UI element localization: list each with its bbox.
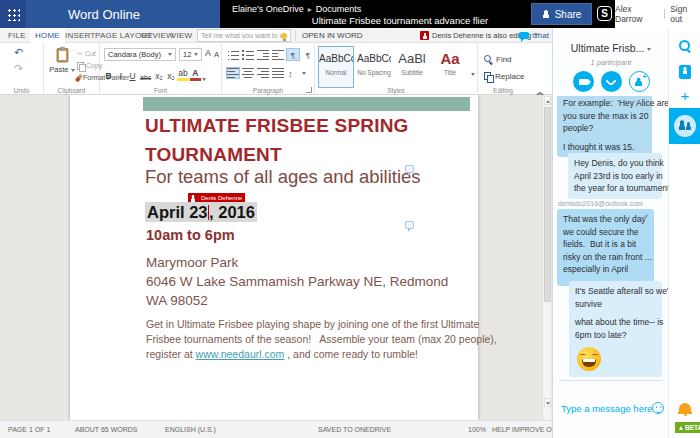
document-title[interactable]: Ultimate Frisbee tournament advance flie…	[255, 15, 545, 26]
flier-date-line[interactable]: April 23, 2016	[145, 203, 257, 222]
flier-heading[interactable]: ULTIMATE FRISBEE SPRING TOURNAMENT	[145, 112, 409, 169]
font-color-button[interactable]: A	[190, 67, 201, 81]
undo-button[interactable]: ↶	[14, 47, 23, 58]
message-line: you sure the max is 20	[563, 110, 646, 123]
align-right-button[interactable]	[257, 68, 269, 78]
line-spacing-button[interactable]: ↕	[287, 68, 299, 78]
open-in-word-button[interactable]: OPEN IN WORD	[302, 28, 362, 43]
style-subtitle[interactable]: AaBl Subtitle	[394, 46, 430, 88]
style-gallery: AaBbCc Normal AaBbCc No Spacing AaBl Sub…	[318, 46, 468, 88]
subscript-button[interactable]: x2	[153, 67, 164, 81]
status-language[interactable]: ENGLISH (U.S.)	[165, 426, 216, 433]
flier-time[interactable]: 10am to 6pm	[146, 227, 235, 243]
bell-icon	[679, 403, 691, 413]
style-normal[interactable]: AaBbCc Normal	[318, 46, 354, 88]
flier-address-line1[interactable]: 6046 W Lake Sammamish Parkway NE, Redmon…	[146, 274, 448, 289]
add-person-icon	[635, 77, 644, 86]
flier-body-paragraph[interactable]: Get in Ultimate Frisbee playing shape by…	[146, 317, 497, 362]
decrease-indent-button[interactable]	[257, 50, 269, 60]
bold-button[interactable]: B	[103, 67, 114, 81]
tab-file[interactable]: FILE	[3, 28, 31, 43]
skype-logo-icon[interactable]: S	[597, 6, 612, 21]
font-name-value: Candara (Body)	[108, 50, 168, 59]
active-conversation-tile[interactable]	[669, 108, 700, 144]
group-undo-label: Undo	[0, 87, 43, 94]
tabs-divider	[295, 30, 296, 41]
numbering-button[interactable]	[242, 50, 254, 60]
highlight-button[interactable]: ab	[177, 67, 188, 81]
new-conversation-button[interactable]: +	[669, 88, 700, 103]
chat-conversation-title[interactable]: Ultimate Frisb...	[553, 42, 669, 54]
styles-gallery-more-button[interactable]	[471, 65, 475, 83]
app-launcher-button[interactable]	[0, 0, 26, 28]
style-no-spacing[interactable]: AaBbCc No Spacing	[356, 46, 392, 88]
italic-button[interactable]: I	[115, 67, 126, 81]
search-button[interactable]	[669, 40, 700, 52]
align-left-button[interactable]	[227, 68, 239, 78]
bullets-button[interactable]	[227, 50, 239, 60]
notifications-button[interactable]	[669, 403, 700, 413]
message-line: what about the time-- is	[575, 316, 656, 329]
font-name-dropdown-icon	[168, 53, 172, 56]
sign-out-link[interactable]: Sign out	[670, 4, 700, 24]
style-title[interactable]: Aa Title	[432, 46, 468, 88]
chat-input-divider	[559, 380, 663, 381]
scroll-down-button[interactable]	[544, 398, 551, 407]
replace-icon	[484, 72, 492, 81]
message-line: It's Seattle afterall so we'll	[575, 285, 656, 298]
style-subtitle-name: Subtitle	[395, 69, 429, 76]
breadcrumb: Elaine's OneDrive▸Documents	[232, 4, 361, 14]
flier-subheading[interactable]: For teams of all ages and abilities	[145, 166, 421, 188]
status-page-count[interactable]: PAGE 1 OF 1	[8, 426, 50, 433]
left-to-right-button[interactable]: ¶	[287, 49, 299, 60]
scrollbar-thumb[interactable]	[544, 107, 551, 302]
status-zoom-level[interactable]: 100%	[468, 426, 486, 433]
status-word-count[interactable]: ABOUT 65 WORDS	[75, 426, 138, 433]
search-icon	[679, 40, 691, 52]
font-format-row: B I U abc x2 x2 ab A	[103, 67, 206, 81]
share-button[interactable]: Share	[531, 3, 592, 25]
message-line: For example: 'Hey Alice are	[563, 97, 646, 110]
emoticon-picker-icon[interactable]	[652, 402, 664, 414]
tab-view[interactable]: VIEW	[166, 28, 197, 43]
flier-venue[interactable]: Marymoor Park	[146, 255, 238, 270]
flier-address-line2[interactable]: WA 98052	[146, 293, 208, 308]
voice-call-button[interactable]	[601, 71, 622, 92]
underline-button[interactable]: U	[127, 67, 138, 81]
user-name[interactable]: Alex Darrow	[615, 4, 659, 24]
redo-button[interactable]: ↷	[14, 63, 23, 74]
flier-registration-link[interactable]: www.needaurl.com	[196, 348, 285, 360]
find-button[interactable]: Find	[484, 51, 524, 68]
paste-button[interactable]: Paste	[49, 46, 75, 86]
breadcrumb-onedrive[interactable]: Elaine's OneDrive	[232, 4, 304, 14]
font-name-select[interactable]: Candara (Body)	[104, 48, 176, 61]
document-scrollbar[interactable]	[542, 95, 551, 420]
chat-toggle-button[interactable]: Chat	[519, 28, 549, 43]
replace-button[interactable]: Replace	[484, 68, 524, 85]
align-center-button[interactable]	[242, 68, 254, 78]
comment-indicator-icon[interactable]	[405, 221, 414, 229]
justify-button[interactable]	[272, 68, 284, 78]
font-size-select[interactable]: 12	[179, 48, 202, 61]
video-call-button[interactable]	[573, 71, 594, 92]
style-title-sample: Aa	[433, 51, 467, 67]
contacts-button[interactable]	[669, 65, 700, 79]
chat-message-input[interactable]: Type a message here	[561, 402, 661, 414]
increase-indent-button[interactable]	[272, 50, 284, 60]
font-color-dropdown-icon	[202, 78, 206, 81]
right-to-left-button[interactable]: ¶	[302, 49, 314, 60]
document-page[interactable]: ULTIMATE FRISBEE SPRING TOURNAMENT For t…	[70, 95, 478, 420]
scroll-up-button[interactable]	[544, 96, 551, 105]
breadcrumb-documents[interactable]: Documents	[316, 4, 362, 14]
breadcrumb-separator-icon: ▸	[308, 5, 312, 14]
group-undo: ↶ ↷ Undo	[0, 43, 44, 95]
superscript-button[interactable]: x2	[165, 67, 176, 81]
tell-me-input[interactable]: Tell me what you want to do	[197, 29, 291, 42]
chat-message-list[interactable]: For example: 'Hey Alice are you sure the…	[553, 96, 669, 380]
strikethrough-button[interactable]: abc	[139, 67, 152, 81]
shrink-font-button[interactable]: A	[214, 50, 219, 59]
add-participant-button[interactable]	[629, 71, 650, 92]
grow-font-button[interactable]: A	[205, 48, 211, 58]
comment-indicator-icon[interactable]	[405, 165, 414, 173]
copy-icon	[77, 62, 84, 70]
